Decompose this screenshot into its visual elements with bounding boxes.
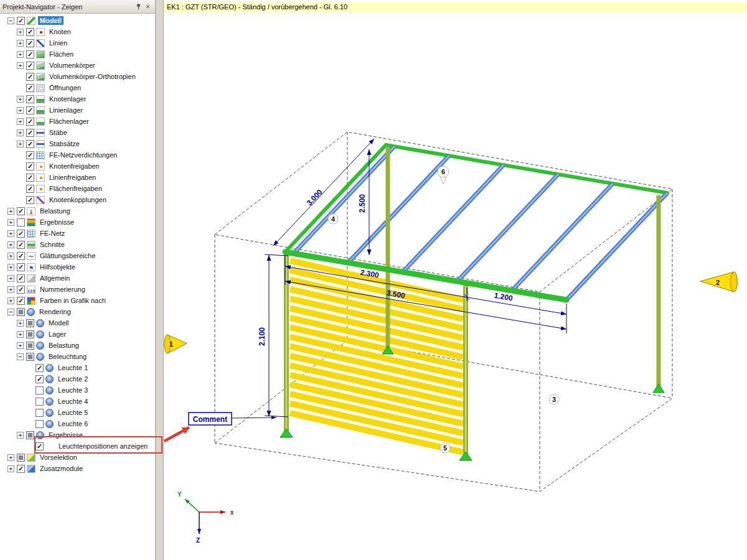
tree-item-glaettungsbereiche[interactable]: Glättungsbereiche — [0, 250, 155, 261]
expand-icon[interactable] — [17, 342, 24, 349]
tree-item-label[interactable]: Flächenfreigaben — [47, 184, 104, 193]
tree-item-label[interactable]: Modell — [47, 319, 70, 327]
tree-item-label[interactable]: Schnitte — [38, 240, 67, 249]
visibility-checkbox[interactable] — [26, 431, 34, 439]
tree-item-label[interactable]: Ergebnisse — [47, 431, 85, 439]
light-2[interactable]: 2 — [700, 272, 738, 292]
visibility-checkbox[interactable] — [26, 28, 34, 36]
expand-icon[interactable] — [7, 297, 14, 304]
comment-callout[interactable]: Comment — [189, 413, 276, 425]
roof-edge-beam-back[interactable] — [386, 145, 667, 193]
visibility-checkbox[interactable] — [26, 330, 34, 338]
visibility-checkbox[interactable] — [26, 73, 34, 81]
tree-item-volumenkoerper[interactable]: Volumenkörper — [0, 60, 155, 71]
visibility-checkbox[interactable] — [26, 84, 34, 92]
expand-icon[interactable] — [17, 62, 24, 69]
tree-item-allgemein[interactable]: Allgemein — [0, 273, 155, 284]
tree-item-label[interactable]: Linien — [47, 39, 69, 47]
tree-item-label[interactable]: Farben in Grafik nach — [38, 296, 108, 305]
visibility-checkbox[interactable] — [26, 319, 34, 327]
tree-item-linien[interactable]: Linien — [0, 37, 155, 49]
tree-item-flaechen[interactable]: Flächen — [0, 49, 155, 60]
expand-icon[interactable] — [17, 129, 24, 136]
tree-item-leuchte-6[interactable]: Leuchte 6 — [0, 418, 155, 429]
rafter-beam[interactable] — [458, 174, 558, 281]
tree-item-flaechenfreigaben[interactable]: Flächenfreigaben — [0, 183, 155, 194]
tree-item-label[interactable]: Linienlager — [47, 106, 85, 114]
tree-item-label[interactable]: FE-Netzverdichtungen — [47, 151, 119, 159]
rafter-beam[interactable] — [566, 193, 667, 300]
visibility-checkbox[interactable] — [26, 162, 34, 170]
tree-item-label[interactable]: Nummerierung — [38, 285, 87, 294]
tree-item-label[interactable]: Vorselektion — [38, 453, 79, 462]
tree-item-label[interactable]: Belastung — [38, 207, 72, 215]
expand-icon[interactable] — [7, 230, 14, 237]
visibility-checkbox[interactable] — [17, 230, 25, 238]
tree-item-belastung[interactable]: Belastung — [0, 205, 155, 217]
expand-icon[interactable] — [17, 96, 24, 103]
nodal-support-back-right[interactable] — [653, 384, 664, 393]
pin-icon[interactable] — [134, 2, 143, 11]
tree-item-label[interactable]: Rendering — [37, 307, 73, 316]
tree-item-beleuchtung[interactable]: Beleuchtung — [0, 351, 155, 362]
rafter-beam[interactable] — [512, 184, 613, 291]
tree-item-staebe[interactable]: Stäbe — [0, 127, 155, 138]
tree-item-label[interactable]: Knotenkopplungen — [47, 195, 108, 204]
visibility-checkbox[interactable] — [35, 442, 44, 450]
expand-icon[interactable] — [7, 241, 14, 248]
visibility-checkbox[interactable] — [26, 151, 34, 159]
visibility-checkbox[interactable] — [17, 207, 25, 215]
visibility-checkbox[interactable] — [35, 420, 44, 428]
collapse-icon[interactable] — [7, 309, 14, 315]
tree-item-stabsaetze[interactable]: Stabsätze — [0, 138, 155, 149]
tree-item-leuchte-3[interactable]: Leuchte 3 — [0, 385, 155, 396]
visibility-checkbox[interactable] — [35, 398, 44, 406]
tree-item-label[interactable]: Leuchte 5 — [56, 408, 90, 417]
tree-item-leuchte-4[interactable]: Leuchte 4 — [0, 396, 155, 407]
expand-icon[interactable] — [17, 118, 24, 125]
expand-icon[interactable] — [17, 40, 24, 47]
tree-item-flaechenlager[interactable]: Flächenlager — [0, 116, 155, 127]
tree-item-label[interactable]: Belastung — [47, 341, 81, 350]
tree-item-label[interactable]: Leuchtenpositionen anzeigen — [57, 442, 149, 450]
visibility-checkbox[interactable] — [17, 286, 25, 294]
expand-icon[interactable] — [17, 331, 24, 338]
panel-splitter[interactable] — [156, 0, 164, 560]
tree-item-label[interactable]: Glättungsbereiche — [38, 251, 97, 260]
tree-item-label[interactable]: Allgemein — [38, 274, 72, 282]
tree-item-rendering[interactable]: Rendering — [0, 306, 155, 317]
expand-icon[interactable] — [7, 454, 14, 461]
expand-icon[interactable] — [7, 208, 14, 215]
tree-item-label[interactable]: Beleuchtung — [47, 352, 88, 361]
expand-icon[interactable] — [7, 465, 14, 472]
expand-icon[interactable] — [7, 253, 14, 259]
expand-icon[interactable] — [17, 432, 24, 439]
tree-item-label[interactable]: Leuchte 3 — [56, 386, 90, 394]
tree-item-modell[interactable]: Modell — [0, 15, 155, 26]
tree-item-label[interactable]: Flächenlager — [47, 117, 91, 126]
visibility-checkbox[interactable] — [35, 409, 44, 417]
tree-item-knotenlager[interactable]: Knotenlager — [0, 93, 155, 105]
tree-item-schnitte[interactable]: Schnitte — [0, 239, 155, 250]
tree-item-label[interactable]: Volumenkörper-Orthotropien — [47, 72, 138, 81]
collapse-icon[interactable] — [17, 353, 24, 360]
tree-item-lager[interactable]: Lager — [0, 329, 155, 340]
rafter-beam[interactable] — [403, 165, 504, 272]
tree-item-label[interactable]: Leuchte 6 — [56, 419, 90, 428]
tree-item-label[interactable]: Hilfsobjekte — [38, 263, 77, 271]
tree-item-nummerierung[interactable]: Nummerierung — [0, 284, 155, 295]
visibility-checkbox[interactable] — [26, 196, 34, 204]
tree-item-knotenfreigaben[interactable]: Knotenfreigaben — [0, 161, 155, 172]
collapse-icon[interactable] — [7, 17, 14, 24]
expand-icon[interactable] — [7, 219, 14, 226]
visibility-checkbox[interactable] — [26, 140, 34, 148]
tree-item-leuchte-5[interactable]: Leuchte 5 — [0, 407, 155, 418]
visibility-checkbox[interactable] — [35, 375, 44, 383]
tree-item-linienfreigaben[interactable]: Linienfreigaben — [0, 172, 155, 183]
tree-item-vorselektion[interactable]: Vorselektion — [0, 452, 155, 463]
tree-item-label[interactable]: Leuchte 1 — [56, 363, 90, 372]
tree-item-knoten[interactable]: Knoten — [0, 26, 155, 37]
visibility-checkbox[interactable] — [17, 17, 25, 25]
tree-item-label[interactable]: Lager — [47, 330, 68, 338]
visibility-checkbox[interactable] — [17, 263, 25, 271]
